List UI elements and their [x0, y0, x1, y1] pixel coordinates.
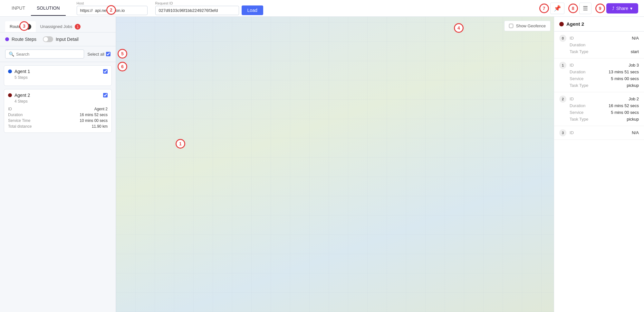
duration-value: 16 mins 52 secs: [80, 113, 108, 117]
bookmark-button[interactable]: 📌: [550, 3, 564, 14]
service-label: Service Time: [8, 118, 30, 123]
step-1-tasktype-row: Task Type pickup: [570, 82, 639, 89]
step-3-num: 3: [559, 129, 566, 136]
agent-2-id-row: ID Agent 2: [8, 106, 108, 112]
route-steps-dot: [5, 37, 9, 41]
sidebar: 3 Routes 2 Unassigned Jobs 1 5 6 Route S…: [0, 17, 116, 312]
rp-step-1: 1 ID Job 3 Duration 13 mins 51 secs Serv…: [554, 59, 644, 92]
rp-agent-name: Agent 2: [566, 21, 584, 27]
topbar-right: 7 📌 8 ☰ 9 ⤴ Share ▾: [539, 3, 638, 14]
tab-input[interactable]: INPUT: [6, 1, 31, 16]
annotation-3: 3: [19, 21, 29, 31]
step-2-id-row: ID Job 2: [570, 96, 639, 102]
step-1-duration-row: Duration 13 mins 51 secs: [570, 69, 639, 75]
request-field: Request ID: [155, 1, 239, 15]
step-2-duration-row: Duration 16 mins 52 secs: [570, 102, 639, 109]
step-0-duration-row: Duration: [570, 41, 639, 48]
input-detail-switch[interactable]: [43, 36, 53, 42]
step-1-id-row: ID Job 3: [570, 62, 639, 69]
step-1-num: 1: [559, 62, 566, 69]
unassigned-tab-label: Unassigned Jobs: [40, 24, 72, 29]
select-all-checkbox[interactable]: [106, 52, 111, 56]
select-all-label: Select all: [87, 52, 104, 57]
agent-2-header: Agent 2: [8, 93, 108, 98]
map-background: [116, 17, 554, 312]
annotation-8: 8: [568, 4, 578, 13]
agent-card-2: Agent 2 4 Steps ID Agent 2 Duration 16 m…: [4, 89, 112, 133]
step-2-service-row: Service 5 mins 00 secs: [570, 109, 639, 116]
duration-label: Duration: [8, 113, 23, 117]
rp-step-2: 2 ID Job 2 Duration 16 mins 52 secs Serv…: [554, 92, 644, 126]
agent-2-checkbox[interactable]: [103, 93, 108, 97]
service-value: 10 mins 00 secs: [80, 118, 108, 123]
share-dropdown-icon: ▾: [630, 6, 632, 11]
share-label: Share: [616, 6, 628, 11]
agent-2-distance-row: Total distance 11.90 km: [8, 124, 108, 129]
share-icon: ⤴: [612, 6, 614, 11]
agent-2-name: Agent 2: [14, 93, 30, 98]
map-area[interactable]: 1 4 1: [116, 17, 554, 312]
step-0-num: 0: [559, 35, 566, 42]
agent-2-details: ID Agent 2 Duration 16 mins 52 secs Serv…: [8, 106, 108, 129]
rp-step-3: 3 ID N/A: [554, 126, 644, 140]
load-button[interactable]: Load: [242, 5, 263, 15]
tab-solution[interactable]: SOLUTION: [31, 1, 66, 16]
step-1-service-row: Service 5 mins 00 secs: [570, 75, 639, 82]
distance-value: 11.90 km: [92, 124, 108, 129]
agent-1-checkbox[interactable]: [103, 69, 108, 74]
agent-1-steps: 5 Steps: [14, 75, 108, 80]
nav-tabs: INPUT SOLUTION: [6, 1, 66, 16]
tab-unassigned[interactable]: Unassigned Jobs 1: [36, 21, 85, 32]
route-steps-toggle[interactable]: Route Steps: [5, 37, 36, 42]
toggle-knob: [43, 37, 48, 41]
annotation-1: 1: [176, 139, 185, 149]
select-all-control[interactable]: Select all: [87, 52, 111, 57]
distance-label: Total distance: [8, 124, 32, 129]
rp-step-0: 0 ID N/A Duration Task Type start: [554, 32, 644, 59]
input-detail-label: Input Detail: [56, 37, 79, 42]
agent-2-duration-row: Duration 16 mins 52 secs: [8, 112, 108, 118]
sidebar-tabs: Routes 2 Unassigned Jobs 1: [0, 17, 116, 32]
right-panel: Agent 2 0 ID N/A Duration Task Type star…: [554, 17, 644, 312]
annotation-5: 5: [118, 49, 127, 59]
annotation-7: 7: [539, 4, 549, 13]
agent-2-dot: [8, 93, 12, 97]
list-button[interactable]: ☰: [579, 3, 591, 14]
step-3-id-row: ID N/A: [570, 129, 639, 136]
agent-1-dot: [8, 69, 12, 73]
id-label: ID: [8, 107, 12, 111]
search-input[interactable]: [16, 52, 81, 57]
toggle-bar: Route Steps Input Detail: [0, 32, 116, 46]
geofence-checkbox[interactable]: [509, 24, 513, 28]
share-button[interactable]: ⤴ Share ▾: [606, 3, 638, 14]
search-icon: 🔍: [9, 51, 14, 57]
input-detail-toggle[interactable]: Input Detail: [43, 36, 79, 42]
agent-2-service-row: Service Time 10 mins 00 secs: [8, 118, 108, 124]
host-label: Host: [77, 1, 148, 5]
annotation-2: 2: [106, 5, 116, 15]
step-2-tasktype-row: Task Type pickup: [570, 116, 639, 123]
agent-1-header: Agent 1: [8, 69, 108, 74]
step-0-tasktype-row: Task Type start: [570, 48, 639, 55]
annotation-6: 6: [118, 62, 127, 71]
step-0-id-row: ID N/A: [570, 35, 639, 41]
topbar: INPUT SOLUTION 2 Host Request ID Load 7 …: [0, 0, 644, 17]
agent-1-name: Agent 1: [14, 69, 30, 74]
geofence-bar: Show Geofence: [504, 21, 551, 31]
id-value: Agent 2: [94, 107, 108, 111]
step-2-num: 2: [559, 96, 566, 103]
annotation-4: 4: [454, 23, 464, 33]
agent-2-steps: 4 Steps: [14, 99, 108, 104]
agent-list: Agent 1 5 Steps Agent 2 4 Steps: [0, 62, 116, 312]
request-input[interactable]: [155, 6, 239, 15]
annotation-9: 9: [595, 4, 605, 13]
route-steps-label: Route Steps: [12, 37, 36, 42]
unassigned-badge: 1: [75, 24, 81, 30]
sidebar-controls: 🔍 Select all: [0, 46, 116, 62]
agent-card-1: Agent 1 5 Steps: [4, 65, 112, 86]
request-label: Request ID: [155, 1, 239, 5]
main-content: 3 Routes 2 Unassigned Jobs 1 5 6 Route S…: [0, 17, 644, 312]
search-box: 🔍: [5, 50, 84, 59]
request-group: Request ID Load: [155, 1, 263, 15]
rp-header: Agent 2: [554, 17, 644, 32]
